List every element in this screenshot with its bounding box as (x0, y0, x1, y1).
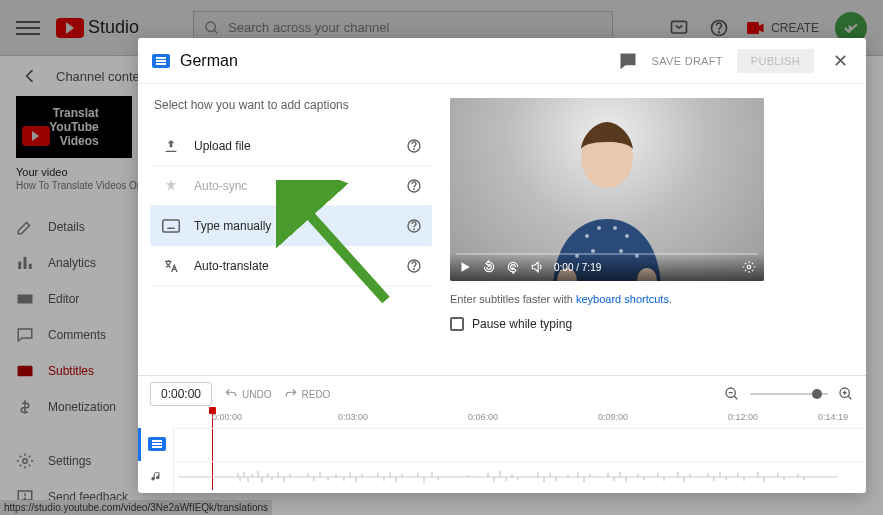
replay-icon[interactable] (482, 260, 496, 274)
svg-line-41 (734, 396, 737, 399)
svg-point-31 (613, 226, 617, 230)
audio-track-icon[interactable] (138, 461, 173, 494)
caption-track[interactable] (174, 428, 866, 461)
option-auto-sync: Auto-sync (150, 166, 432, 206)
undo-icon (224, 387, 238, 401)
modal-header: German SAVE DRAFT PUBLISH ✕ (138, 38, 866, 84)
help-icon[interactable] (406, 218, 422, 234)
volume-icon[interactable] (530, 260, 544, 274)
svg-point-15 (414, 149, 415, 150)
option-auto-translate[interactable]: Auto-translate (150, 246, 432, 286)
svg-point-29 (585, 234, 589, 238)
close-button[interactable]: ✕ (828, 50, 852, 72)
redo-icon (284, 387, 298, 401)
svg-point-25 (414, 229, 415, 230)
caption-method-panel: Select how you want to add captions Uplo… (138, 84, 444, 375)
help-icon[interactable] (406, 138, 422, 154)
checkbox-icon[interactable] (450, 317, 464, 331)
keyboard-icon (162, 219, 180, 233)
subtitles-modal: German SAVE DRAFT PUBLISH ✕ Select how y… (138, 38, 866, 493)
audio-track[interactable] (174, 461, 866, 494)
svg-point-17 (414, 189, 415, 190)
prompt-text: Select how you want to add captions (154, 98, 432, 112)
feedback-icon[interactable] (618, 51, 638, 71)
zoom-out-icon[interactable] (724, 386, 740, 402)
svg-point-27 (414, 269, 415, 270)
keyboard-shortcuts-tip: Enter subtitles faster with keyboard sho… (450, 293, 852, 305)
save-draft-button[interactable]: SAVE DRAFT (652, 55, 723, 67)
svg-rect-18 (163, 220, 180, 232)
redo-button[interactable]: REDO (284, 387, 331, 401)
zoom-slider[interactable] (750, 393, 828, 395)
pause-while-typing[interactable]: Pause while typing (450, 317, 852, 331)
help-icon[interactable] (406, 178, 422, 194)
video-controls: 0:00 / 7:19 (450, 253, 764, 281)
svg-point-30 (597, 226, 601, 230)
video-preview[interactable]: 0:00 / 7:19 (450, 98, 764, 281)
svg-point-39 (747, 265, 751, 269)
timeline-ruler[interactable]: 0:00:00 0:03:00 0:06:00 0:09:00 0:12:00 … (178, 412, 854, 428)
subtitles-icon (152, 54, 170, 68)
translate-icon (162, 258, 180, 274)
gear-icon[interactable] (742, 260, 756, 274)
publish-button: PUBLISH (737, 49, 814, 73)
undo-button[interactable]: UNDO (224, 387, 271, 401)
auto-sync-icon (162, 178, 180, 194)
play-icon[interactable] (458, 260, 472, 274)
option-upload-file[interactable]: Upload file (150, 126, 432, 166)
help-icon[interactable] (406, 258, 422, 274)
option-type-manually[interactable]: Type manually (150, 206, 432, 246)
zoom-in-icon[interactable] (838, 386, 854, 402)
modal-title: German (180, 52, 618, 70)
keyboard-shortcuts-link[interactable]: keyboard shortcuts (576, 293, 669, 305)
current-time-input[interactable]: 0:00:00 (150, 382, 212, 406)
upload-icon (162, 138, 180, 154)
video-time: 0:00 / 7:19 (554, 262, 601, 273)
waveform (178, 470, 838, 484)
caption-track-icon[interactable] (138, 428, 173, 461)
svg-line-44 (848, 396, 851, 399)
timeline-panel: 0:00:00 UNDO REDO 0:00:00 0:03:00 0:06:0… (138, 375, 866, 493)
forward-icon[interactable] (506, 260, 520, 274)
svg-point-32 (625, 234, 629, 238)
progress-bar[interactable] (456, 253, 758, 255)
